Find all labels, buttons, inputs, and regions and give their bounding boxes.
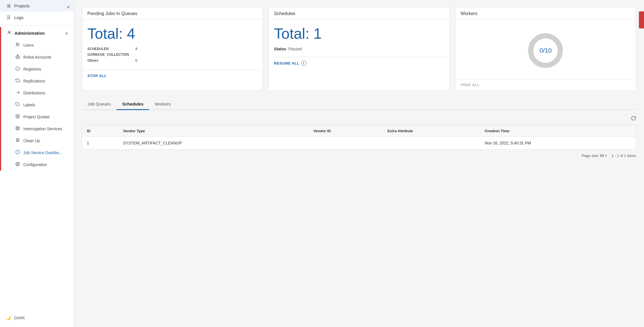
svg-line-15 [18, 129, 19, 130]
resume-all-button[interactable]: RESUME ALL i [274, 61, 306, 66]
sidebar-item-clean-up[interactable]: Clean Up [1, 135, 74, 147]
sidebar-item-label: Replications [23, 79, 45, 83]
others-value: 0 [135, 58, 137, 63]
cell-id: 1 [82, 137, 119, 150]
scheduler-label: SCHEDULER [87, 47, 133, 51]
svg-point-0 [9, 31, 10, 33]
garbage-collection-label: GARBAGE_COLLECTION [87, 53, 133, 57]
donut-chart: 0/10 [461, 25, 631, 73]
tab-schedules[interactable]: Schedules [116, 99, 149, 110]
schedules-total: Total: 1 [274, 25, 444, 42]
data-table: ID Vendor Type Vendor ID Extra Attribute… [82, 125, 636, 150]
sidebar-section-administration: Administration ∨ Users Robot Accounts Re… [0, 27, 74, 171]
sidebar-item-label: Configuration [23, 162, 47, 167]
svg-point-21 [17, 164, 18, 165]
cards-row: Pending Jobs In Queues Total: 4 SCHEDULE… [82, 7, 636, 91]
sidebar-item-label: Logs [14, 15, 24, 20]
sidebar-item-distributions[interactable]: Distributions [1, 87, 74, 99]
sidebar-item-label: Labels [23, 103, 35, 107]
cell-creation-time: Nov 16, 2022, 5:40:31 PM [480, 137, 636, 150]
sidebar-item-labels[interactable]: Labels [1, 99, 74, 111]
schedules-card-title: Schedules [269, 7, 449, 19]
table-row: 1 SYSTEM_ARTIFACT_CLEANUP Nov 16, 2022, … [82, 137, 636, 150]
sidebar-item-robot-accounts[interactable]: Robot Accounts [1, 51, 74, 63]
sidebar-collapse-btn[interactable]: « [67, 4, 70, 10]
schedules-card: Schedules Total: 1 Status Paused RESUME … [268, 7, 449, 91]
svg-point-1 [16, 43, 18, 44]
sidebar-item-interrogation-services[interactable]: Interrogation Services [1, 123, 74, 135]
sidebar-item-label: Distributions [23, 91, 45, 95]
col-vendor-type: Vendor Type [118, 125, 309, 137]
svg-point-11 [17, 115, 18, 117]
col-vendor-id: Vendor ID [309, 125, 383, 137]
administration-icon [7, 30, 12, 36]
interrogation-services-icon [15, 126, 20, 132]
cell-vendor-id [309, 137, 383, 150]
sidebar-item-replications[interactable]: Replications [1, 75, 74, 87]
sidebar-item-label: Registries [23, 67, 41, 71]
svg-point-13 [17, 127, 18, 129]
robot-accounts-icon [15, 54, 20, 60]
administration-toggle[interactable]: Administration ∨ [1, 27, 74, 39]
pending-jobs-card-title: Pending Jobs In Queues [82, 7, 262, 19]
pagination-range: 1 - 1 of 1 items [612, 154, 636, 158]
sidebar-item-registries[interactable]: Registries [1, 63, 74, 75]
sidebar-item-label: Project Quotas [23, 115, 50, 119]
tab-workers[interactable]: Workers [149, 99, 177, 110]
col-creation-time: Creation Time [480, 125, 636, 137]
stop-all-button[interactable]: STOP ALL [87, 74, 106, 78]
configuration-icon [15, 162, 20, 167]
svg-point-10 [16, 114, 19, 118]
svg-marker-7 [16, 67, 19, 70]
pending-jobs-total: Total: 4 [87, 25, 257, 42]
others-label: Others [87, 59, 133, 63]
svg-line-16 [18, 127, 19, 128]
pending-jobs-card: Pending Jobs In Queues Total: 4 SCHEDULE… [82, 7, 263, 91]
labels-icon [15, 102, 20, 108]
cell-vendor-type: SYSTEM_ARTIFACT_CLEANUP [118, 137, 309, 150]
main-content: Pending Jobs In Queues Total: 4 SCHEDULE… [74, 0, 644, 327]
page-size-label: Page size [582, 154, 598, 158]
cell-extra-attribute [383, 137, 480, 150]
replications-icon [15, 78, 20, 84]
refresh-icon [631, 116, 636, 121]
page-size-selector: Page size 50 ∨ [582, 154, 607, 158]
status-value: Paused [288, 47, 302, 51]
sidebar-item-configuration[interactable]: Configuration [1, 159, 74, 171]
sidebar-item-label: Users [23, 43, 34, 47]
moon-icon: 🌙 [6, 315, 11, 320]
tabs-bar: Job Queues Schedules Workers [82, 99, 636, 110]
refresh-button[interactable] [631, 116, 636, 122]
col-id: ID [82, 125, 119, 137]
sidebar-item-label: Job Service Dashbo... [23, 150, 62, 155]
svg-point-3 [17, 55, 18, 55]
sidebar-item-job-service-dashboard[interactable]: Job Service Dashbo... [1, 147, 74, 159]
page-size-dropdown[interactable]: 50 ∨ [600, 154, 607, 158]
svg-rect-2 [16, 56, 19, 58]
sidebar-item-project-quotas[interactable]: Project Quotas [1, 111, 74, 123]
svg-line-14 [16, 127, 17, 128]
distributions-icon [15, 90, 20, 96]
free-all-button[interactable]: FREE ALL [461, 83, 480, 87]
pagination-row: Page size 50 ∨ 1 - 1 of 1 items [82, 150, 636, 159]
sidebar-item-users[interactable]: Users [1, 39, 74, 51]
info-icon: i [301, 61, 306, 66]
sidebar-item-projects[interactable]: ⊞ Projects [0, 0, 74, 12]
svg-point-5 [17, 57, 17, 57]
users-icon [15, 42, 20, 48]
sidebar-item-label: Projects [14, 3, 30, 8]
status-label: Status [274, 47, 286, 51]
workers-card: Workers 0/10 FREE ALL [455, 7, 636, 91]
dark-mode-toggle[interactable]: 🌙 DARK [0, 312, 74, 324]
sidebar-item-label: Clean Up [23, 138, 40, 143]
project-quotas-icon [15, 114, 20, 120]
chevron-down-icon: ∨ [605, 154, 607, 158]
logs-icon: ☰ [6, 15, 11, 20]
tab-job-queues[interactable]: Job Queues [82, 99, 116, 110]
sidebar: « ⊞ Projects ☰ Logs Administration ∨ Use… [0, 0, 74, 327]
sidebar-item-label: Robot Accounts [23, 55, 51, 59]
dark-mode-label: DARK [14, 316, 25, 320]
col-extra-attribute: Extra Attribute [383, 125, 480, 137]
projects-icon: ⊞ [6, 3, 11, 9]
sidebar-item-logs[interactable]: ☰ Logs [0, 12, 74, 23]
